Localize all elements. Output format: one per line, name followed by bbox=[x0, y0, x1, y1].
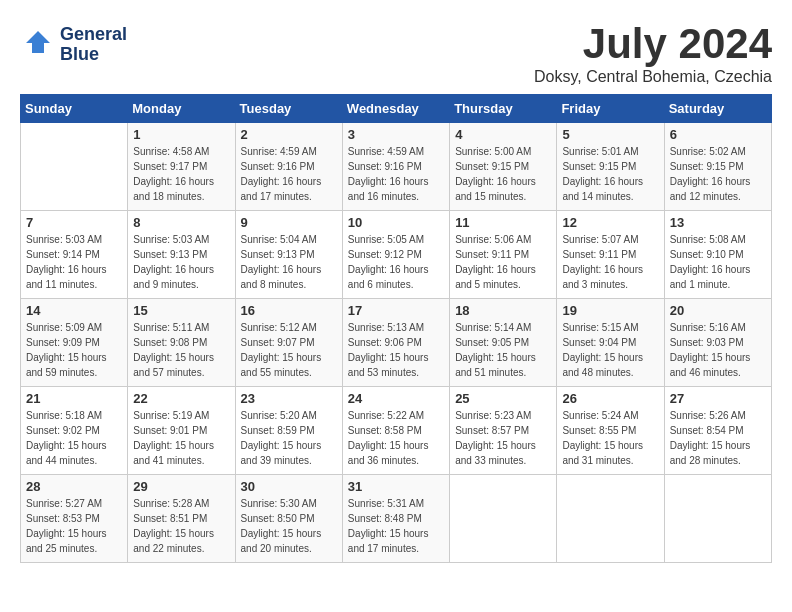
calendar-day-cell: 25Sunrise: 5:23 AMSunset: 8:57 PMDayligh… bbox=[450, 387, 557, 475]
day-number: 25 bbox=[455, 391, 551, 406]
day-sun-info: Sunrise: 4:58 AMSunset: 9:17 PMDaylight:… bbox=[133, 144, 229, 204]
day-number: 7 bbox=[26, 215, 122, 230]
day-number: 30 bbox=[241, 479, 337, 494]
day-number: 20 bbox=[670, 303, 766, 318]
day-sun-info: Sunrise: 5:04 AMSunset: 9:13 PMDaylight:… bbox=[241, 232, 337, 292]
calendar-day-cell: 16Sunrise: 5:12 AMSunset: 9:07 PMDayligh… bbox=[235, 299, 342, 387]
calendar-day-cell: 9Sunrise: 5:04 AMSunset: 9:13 PMDaylight… bbox=[235, 211, 342, 299]
day-sun-info: Sunrise: 5:24 AMSunset: 8:55 PMDaylight:… bbox=[562, 408, 658, 468]
calendar-day-cell: 7Sunrise: 5:03 AMSunset: 9:14 PMDaylight… bbox=[21, 211, 128, 299]
calendar-day-cell bbox=[557, 475, 664, 563]
calendar-day-cell: 23Sunrise: 5:20 AMSunset: 8:59 PMDayligh… bbox=[235, 387, 342, 475]
day-number: 4 bbox=[455, 127, 551, 142]
calendar-header-row: Sunday Monday Tuesday Wednesday Thursday… bbox=[21, 95, 772, 123]
day-sun-info: Sunrise: 5:01 AMSunset: 9:15 PMDaylight:… bbox=[562, 144, 658, 204]
day-number: 22 bbox=[133, 391, 229, 406]
calendar-week-row: 7Sunrise: 5:03 AMSunset: 9:14 PMDaylight… bbox=[21, 211, 772, 299]
calendar-week-row: 1Sunrise: 4:58 AMSunset: 9:17 PMDaylight… bbox=[21, 123, 772, 211]
calendar-day-cell: 11Sunrise: 5:06 AMSunset: 9:11 PMDayligh… bbox=[450, 211, 557, 299]
calendar-day-cell bbox=[664, 475, 771, 563]
day-number: 15 bbox=[133, 303, 229, 318]
calendar-day-cell: 19Sunrise: 5:15 AMSunset: 9:04 PMDayligh… bbox=[557, 299, 664, 387]
day-number: 1 bbox=[133, 127, 229, 142]
day-number: 6 bbox=[670, 127, 766, 142]
day-number: 31 bbox=[348, 479, 444, 494]
calendar-day-cell: 21Sunrise: 5:18 AMSunset: 9:02 PMDayligh… bbox=[21, 387, 128, 475]
day-sun-info: Sunrise: 5:03 AMSunset: 9:14 PMDaylight:… bbox=[26, 232, 122, 292]
header-tuesday: Tuesday bbox=[235, 95, 342, 123]
day-number: 19 bbox=[562, 303, 658, 318]
header-sunday: Sunday bbox=[21, 95, 128, 123]
day-sun-info: Sunrise: 5:08 AMSunset: 9:10 PMDaylight:… bbox=[670, 232, 766, 292]
header-wednesday: Wednesday bbox=[342, 95, 449, 123]
calendar-day-cell bbox=[21, 123, 128, 211]
day-number: 21 bbox=[26, 391, 122, 406]
day-sun-info: Sunrise: 5:13 AMSunset: 9:06 PMDaylight:… bbox=[348, 320, 444, 380]
calendar-day-cell: 2Sunrise: 4:59 AMSunset: 9:16 PMDaylight… bbox=[235, 123, 342, 211]
day-number: 18 bbox=[455, 303, 551, 318]
day-sun-info: Sunrise: 5:18 AMSunset: 9:02 PMDaylight:… bbox=[26, 408, 122, 468]
day-sun-info: Sunrise: 5:28 AMSunset: 8:51 PMDaylight:… bbox=[133, 496, 229, 556]
day-sun-info: Sunrise: 5:19 AMSunset: 9:01 PMDaylight:… bbox=[133, 408, 229, 468]
day-number: 10 bbox=[348, 215, 444, 230]
day-sun-info: Sunrise: 4:59 AMSunset: 9:16 PMDaylight:… bbox=[241, 144, 337, 204]
calendar-day-cell: 29Sunrise: 5:28 AMSunset: 8:51 PMDayligh… bbox=[128, 475, 235, 563]
page-header: General Blue July 2024 Doksy, Central Bo… bbox=[20, 20, 772, 86]
day-number: 9 bbox=[241, 215, 337, 230]
day-sun-info: Sunrise: 5:20 AMSunset: 8:59 PMDaylight:… bbox=[241, 408, 337, 468]
calendar-day-cell bbox=[450, 475, 557, 563]
day-number: 5 bbox=[562, 127, 658, 142]
calendar-day-cell: 18Sunrise: 5:14 AMSunset: 9:05 PMDayligh… bbox=[450, 299, 557, 387]
day-number: 29 bbox=[133, 479, 229, 494]
day-number: 12 bbox=[562, 215, 658, 230]
logo-general: General bbox=[60, 25, 127, 45]
calendar-day-cell: 28Sunrise: 5:27 AMSunset: 8:53 PMDayligh… bbox=[21, 475, 128, 563]
calendar-day-cell: 10Sunrise: 5:05 AMSunset: 9:12 PMDayligh… bbox=[342, 211, 449, 299]
day-sun-info: Sunrise: 5:09 AMSunset: 9:09 PMDaylight:… bbox=[26, 320, 122, 380]
day-sun-info: Sunrise: 4:59 AMSunset: 9:16 PMDaylight:… bbox=[348, 144, 444, 204]
day-sun-info: Sunrise: 5:30 AMSunset: 8:50 PMDaylight:… bbox=[241, 496, 337, 556]
location-subtitle: Doksy, Central Bohemia, Czechia bbox=[534, 68, 772, 86]
day-number: 14 bbox=[26, 303, 122, 318]
calendar-day-cell: 20Sunrise: 5:16 AMSunset: 9:03 PMDayligh… bbox=[664, 299, 771, 387]
day-sun-info: Sunrise: 5:27 AMSunset: 8:53 PMDaylight:… bbox=[26, 496, 122, 556]
day-number: 2 bbox=[241, 127, 337, 142]
day-number: 16 bbox=[241, 303, 337, 318]
calendar-day-cell: 27Sunrise: 5:26 AMSunset: 8:54 PMDayligh… bbox=[664, 387, 771, 475]
day-number: 28 bbox=[26, 479, 122, 494]
day-sun-info: Sunrise: 5:07 AMSunset: 9:11 PMDaylight:… bbox=[562, 232, 658, 292]
day-number: 17 bbox=[348, 303, 444, 318]
day-number: 8 bbox=[133, 215, 229, 230]
calendar-day-cell: 12Sunrise: 5:07 AMSunset: 9:11 PMDayligh… bbox=[557, 211, 664, 299]
logo-bird-icon bbox=[20, 27, 56, 63]
day-sun-info: Sunrise: 5:15 AMSunset: 9:04 PMDaylight:… bbox=[562, 320, 658, 380]
day-sun-info: Sunrise: 5:05 AMSunset: 9:12 PMDaylight:… bbox=[348, 232, 444, 292]
day-sun-info: Sunrise: 5:22 AMSunset: 8:58 PMDaylight:… bbox=[348, 408, 444, 468]
calendar-day-cell: 17Sunrise: 5:13 AMSunset: 9:06 PMDayligh… bbox=[342, 299, 449, 387]
calendar-day-cell: 6Sunrise: 5:02 AMSunset: 9:15 PMDaylight… bbox=[664, 123, 771, 211]
calendar-day-cell: 8Sunrise: 5:03 AMSunset: 9:13 PMDaylight… bbox=[128, 211, 235, 299]
calendar-day-cell: 1Sunrise: 4:58 AMSunset: 9:17 PMDaylight… bbox=[128, 123, 235, 211]
day-number: 13 bbox=[670, 215, 766, 230]
calendar-week-row: 28Sunrise: 5:27 AMSunset: 8:53 PMDayligh… bbox=[21, 475, 772, 563]
calendar-day-cell: 4Sunrise: 5:00 AMSunset: 9:15 PMDaylight… bbox=[450, 123, 557, 211]
title-block: July 2024 Doksy, Central Bohemia, Czechi… bbox=[534, 20, 772, 86]
day-sun-info: Sunrise: 5:12 AMSunset: 9:07 PMDaylight:… bbox=[241, 320, 337, 380]
day-sun-info: Sunrise: 5:00 AMSunset: 9:15 PMDaylight:… bbox=[455, 144, 551, 204]
calendar-table: Sunday Monday Tuesday Wednesday Thursday… bbox=[20, 94, 772, 563]
calendar-day-cell: 15Sunrise: 5:11 AMSunset: 9:08 PMDayligh… bbox=[128, 299, 235, 387]
calendar-week-row: 21Sunrise: 5:18 AMSunset: 9:02 PMDayligh… bbox=[21, 387, 772, 475]
calendar-day-cell: 22Sunrise: 5:19 AMSunset: 9:01 PMDayligh… bbox=[128, 387, 235, 475]
calendar-day-cell: 13Sunrise: 5:08 AMSunset: 9:10 PMDayligh… bbox=[664, 211, 771, 299]
day-sun-info: Sunrise: 5:11 AMSunset: 9:08 PMDaylight:… bbox=[133, 320, 229, 380]
header-monday: Monday bbox=[128, 95, 235, 123]
calendar-day-cell: 3Sunrise: 4:59 AMSunset: 9:16 PMDaylight… bbox=[342, 123, 449, 211]
month-year-title: July 2024 bbox=[534, 20, 772, 68]
calendar-day-cell: 24Sunrise: 5:22 AMSunset: 8:58 PMDayligh… bbox=[342, 387, 449, 475]
calendar-week-row: 14Sunrise: 5:09 AMSunset: 9:09 PMDayligh… bbox=[21, 299, 772, 387]
header-thursday: Thursday bbox=[450, 95, 557, 123]
calendar-day-cell: 26Sunrise: 5:24 AMSunset: 8:55 PMDayligh… bbox=[557, 387, 664, 475]
day-number: 11 bbox=[455, 215, 551, 230]
logo: General Blue bbox=[20, 20, 127, 65]
day-sun-info: Sunrise: 5:06 AMSunset: 9:11 PMDaylight:… bbox=[455, 232, 551, 292]
